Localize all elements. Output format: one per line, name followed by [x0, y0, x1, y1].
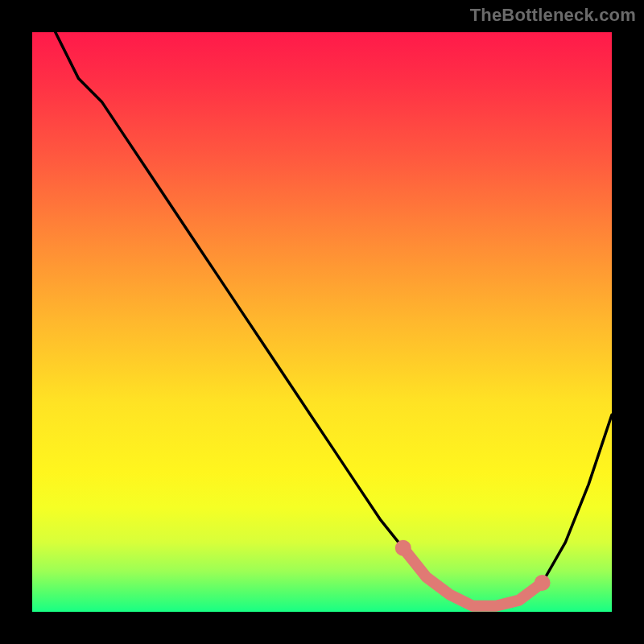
watermark-text: TheBottleneck.com: [470, 5, 636, 26]
plot-area: [32, 32, 612, 612]
bottleneck-curve: [56, 32, 612, 606]
optimal-range-highlight: [403, 548, 543, 606]
optimal-range-start-dot: [395, 540, 411, 556]
chart-layer: [56, 32, 612, 606]
chart-svg: [32, 32, 612, 612]
optimal-range-end-dot: [535, 575, 551, 591]
chart-frame: TheBottleneck.com: [0, 0, 644, 644]
